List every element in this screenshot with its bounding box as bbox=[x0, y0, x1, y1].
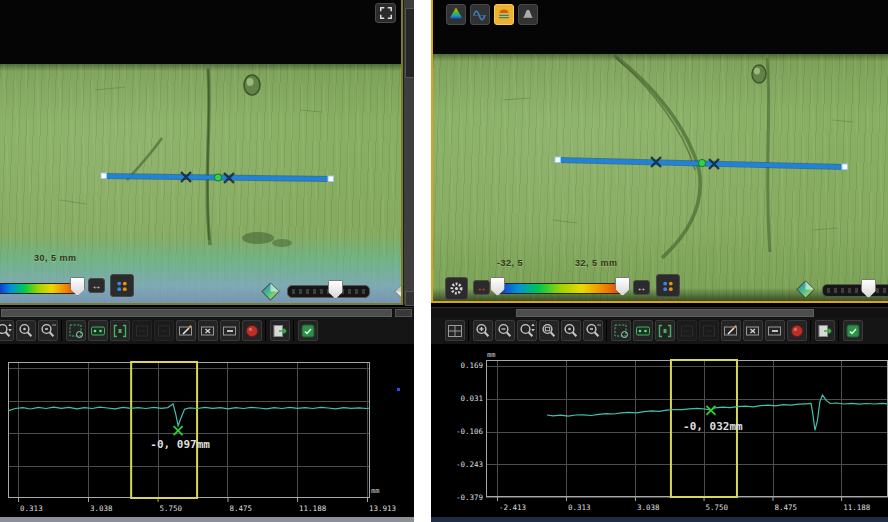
inspection-app: 30, 5 mm ↔ bbox=[0, 0, 888, 522]
svg-text:0.313: 0.313 bbox=[20, 504, 43, 513]
svg-text:5.750: 5.750 bbox=[706, 503, 729, 512]
window-edge bbox=[431, 517, 888, 522]
region-delete-button[interactable] bbox=[198, 320, 218, 341]
tool-disabled-2-button[interactable] bbox=[154, 320, 174, 341]
surface-smudge bbox=[242, 232, 274, 244]
gear-icon bbox=[448, 280, 465, 297]
tilt-correct-button[interactable] bbox=[261, 282, 280, 301]
zoom-region-button[interactable] bbox=[561, 320, 581, 341]
roi-grid-button[interactable] bbox=[66, 320, 86, 341]
fit-range-glyph: ↔ bbox=[92, 281, 102, 291]
record-button[interactable] bbox=[787, 320, 807, 341]
line-endpoint[interactable] bbox=[101, 173, 107, 179]
scan-image-view-right[interactable]: ↔ -32, 5 32, 5 mm ↔ bbox=[431, 0, 888, 303]
mountain-icon bbox=[448, 5, 464, 24]
line-center-point[interactable] bbox=[214, 174, 221, 181]
roi-grid-button[interactable] bbox=[611, 320, 631, 341]
toolbar-left bbox=[0, 317, 414, 345]
line-endpoint[interactable] bbox=[842, 164, 848, 170]
svg-text:13.913: 13.913 bbox=[369, 504, 396, 513]
horizontal-scrollbar-endcap[interactable] bbox=[395, 309, 412, 317]
region-edit-button[interactable] bbox=[176, 320, 196, 341]
flatten-button[interactable] bbox=[394, 282, 403, 301]
svg-text:3.038: 3.038 bbox=[90, 504, 113, 513]
profile-image-button[interactable] bbox=[633, 320, 653, 341]
axis-unit-label: mm bbox=[371, 487, 379, 495]
expand-view-button[interactable] bbox=[375, 3, 396, 23]
layered-profile-view-button[interactable] bbox=[494, 4, 514, 25]
measurement-line[interactable] bbox=[101, 172, 334, 183]
color-dots-icon bbox=[660, 278, 676, 294]
zoom-pan-button[interactable] bbox=[0, 320, 14, 341]
region-edit-button[interactable] bbox=[721, 320, 741, 341]
region-delete-button[interactable] bbox=[743, 320, 763, 341]
height-colorbar[interactable] bbox=[495, 283, 626, 294]
zoom-reset-button[interactable] bbox=[583, 320, 603, 341]
svg-text:5.750: 5.750 bbox=[160, 504, 183, 513]
height-map-view-button[interactable] bbox=[446, 4, 466, 25]
export-button[interactable] bbox=[815, 320, 835, 341]
profile-extract-button[interactable] bbox=[110, 320, 130, 341]
toolbar-separator bbox=[263, 319, 269, 342]
horizontal-scrollbar-thumb[interactable] bbox=[1, 309, 392, 317]
surface-pit-highlight bbox=[247, 78, 254, 86]
profile-extract-button[interactable] bbox=[655, 320, 675, 341]
layout-grid-button[interactable] bbox=[445, 320, 465, 341]
scan-panel-left: 30, 5 mm ↔ bbox=[0, 0, 414, 522]
zoom-pan-button[interactable] bbox=[517, 320, 537, 341]
position-slider[interactable] bbox=[822, 284, 888, 297]
reset-range-button[interactable]: ↔ bbox=[473, 280, 490, 295]
horizontal-scrollbar-thumb[interactable] bbox=[516, 309, 814, 317]
peak-shape-view-button[interactable] bbox=[518, 4, 538, 25]
analysis-button[interactable] bbox=[298, 320, 318, 341]
svg-text:11.188: 11.188 bbox=[843, 503, 871, 512]
fit-range-glyph: ↔ bbox=[637, 283, 647, 293]
settings-button[interactable] bbox=[445, 277, 468, 300]
tool-disabled-2-button[interactable] bbox=[699, 320, 719, 341]
line-endpoint[interactable] bbox=[555, 157, 561, 163]
record-button[interactable] bbox=[242, 320, 262, 341]
tilt-correct-button[interactable] bbox=[796, 280, 815, 299]
profile-image-button[interactable] bbox=[88, 320, 108, 341]
tool-disabled-1-button[interactable] bbox=[677, 320, 697, 341]
svg-text:-0.243: -0.243 bbox=[456, 460, 483, 469]
slider-ticks bbox=[827, 288, 888, 293]
tool-disabled-1-button[interactable] bbox=[132, 320, 152, 341]
zoom-in-button[interactable] bbox=[473, 320, 493, 341]
analysis-button[interactable] bbox=[843, 320, 863, 341]
surface-texture-marks bbox=[60, 87, 322, 204]
svg-text:11.188: 11.188 bbox=[299, 504, 327, 513]
scan-image-view-left[interactable]: 30, 5 mm ↔ bbox=[0, 0, 403, 305]
svg-text:0.031: 0.031 bbox=[460, 394, 483, 403]
toolbar-separator bbox=[836, 319, 842, 342]
svg-text:0.313: 0.313 bbox=[568, 503, 591, 512]
region-clear-button[interactable] bbox=[765, 320, 785, 341]
scratch-mark bbox=[614, 55, 700, 258]
surface-pit bbox=[752, 65, 766, 83]
surface-pit-highlight bbox=[754, 68, 760, 75]
measurement-line[interactable] bbox=[555, 157, 848, 170]
fit-range-button[interactable]: ↔ bbox=[88, 278, 105, 293]
measurement-value-label: -0, 097mm bbox=[150, 438, 210, 451]
line-endpoint[interactable] bbox=[328, 176, 334, 182]
palette-mode-button[interactable] bbox=[110, 274, 134, 297]
zoom-fit-button[interactable] bbox=[539, 320, 559, 341]
palette-mode-button[interactable] bbox=[656, 274, 680, 297]
panel-divider bbox=[414, 0, 431, 522]
svg-text:8.475: 8.475 bbox=[229, 504, 252, 513]
toolbar-separator bbox=[59, 319, 65, 342]
scan-panel-right: ↔ -32, 5 32, 5 mm ↔ bbox=[431, 0, 888, 522]
export-button[interactable] bbox=[270, 320, 290, 341]
svg-text:-2.413: -2.413 bbox=[499, 503, 526, 512]
zoom-reset-button[interactable] bbox=[38, 320, 58, 341]
fit-range-button[interactable]: ↔ bbox=[633, 280, 650, 295]
height-range-label: 30, 5 mm bbox=[34, 253, 77, 263]
region-clear-button[interactable] bbox=[220, 320, 240, 341]
zoom-out-button[interactable] bbox=[495, 320, 515, 341]
zoom-region-button[interactable] bbox=[16, 320, 36, 341]
svg-text:8.475: 8.475 bbox=[775, 503, 798, 512]
profile-wave-view-button[interactable] bbox=[470, 4, 490, 25]
line-center-point[interactable] bbox=[698, 159, 705, 166]
profile-chart-left: 0.3133.0385.7508.47511.18813.913-0, 097m… bbox=[0, 345, 414, 522]
height-colorbar[interactable] bbox=[0, 283, 80, 294]
